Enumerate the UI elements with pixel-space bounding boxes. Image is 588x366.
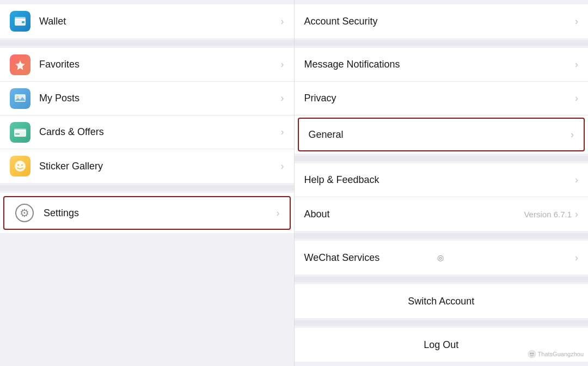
menu-item-sticker[interactable]: Sticker Gallery › (0, 149, 294, 183)
wechat-services-label: WeChat Services (304, 252, 436, 264)
myposts-label: My Posts (39, 93, 281, 104)
watermark-text: ThatsGuangzhou (538, 351, 584, 357)
favorites-chevron: › (281, 59, 284, 70)
menu-item-wallet[interactable]: Wallet › (0, 4, 294, 38)
settings-label: Settings (44, 208, 277, 219)
account-security-label: Account Security (304, 16, 575, 27)
wallet-icon-wrap (10, 11, 30, 32)
settings-chevron: › (277, 208, 280, 219)
svg-rect-9 (15, 133, 20, 135)
menu-item-general[interactable]: General › (298, 118, 585, 151)
sticker-chevron: › (281, 161, 284, 172)
menu-item-account-security[interactable]: Account Security › (295, 4, 589, 38)
help-feedback-label: Help & Feedback (304, 174, 575, 186)
right-divider-4 (295, 277, 589, 282)
wallet-chevron: › (281, 16, 284, 27)
menu-item-help-feedback[interactable]: Help & Feedback › (295, 163, 589, 197)
about-chevron: › (575, 209, 578, 220)
menu-item-cards[interactable]: Cards & Offers › (0, 115, 294, 149)
about-version: Version 6.7.1 (524, 210, 572, 219)
cards-label: Cards & Offers (39, 126, 281, 138)
menu-item-favorites[interactable]: Favorites › (0, 48, 294, 82)
myposts-icon-wrap (10, 88, 30, 109)
general-chevron: › (571, 129, 574, 141)
wallet-icon (10, 11, 30, 32)
svg-point-14 (530, 353, 531, 355)
privacy-chevron: › (575, 93, 578, 104)
divider-2 (0, 185, 294, 191)
divider-1 (0, 40, 294, 46)
switch-account-label: Switch Account (408, 296, 474, 307)
privacy-label: Privacy (304, 93, 575, 104)
svg-point-6 (16, 96, 19, 98)
sticker-label: Sticker Gallery (39, 161, 281, 172)
svg-point-10 (15, 161, 26, 172)
menu-item-message-notifications[interactable]: Message Notifications › (295, 48, 589, 82)
menu-item-switch-account[interactable]: Switch Account (295, 284, 589, 318)
log-out-label: Log Out (424, 339, 458, 351)
favorites-icon (10, 54, 30, 75)
wechat-services-chevron: › (575, 252, 578, 264)
wallet-label: Wallet (39, 16, 281, 27)
favorites-icon-wrap (10, 54, 30, 75)
svg-marker-3 (15, 60, 25, 70)
myposts-chevron: › (281, 93, 284, 104)
menu-item-myposts[interactable]: My Posts › (0, 82, 294, 115)
general-label: General (309, 129, 571, 141)
svg-point-11 (17, 164, 19, 166)
myposts-icon (10, 88, 30, 109)
menu-item-wechat-services[interactable]: WeChat Services ◎ › (295, 241, 589, 274)
left-panel: Wallet › Favorites › (0, 0, 294, 366)
settings-icon: ⚙ (15, 204, 34, 222)
right-divider-5 (295, 320, 589, 326)
sticker-icon-wrap (10, 156, 30, 176)
svg-point-15 (532, 353, 534, 355)
svg-rect-1 (15, 17, 26, 20)
svg-point-13 (528, 350, 536, 358)
favorites-label: Favorites (39, 59, 281, 70)
svg-rect-8 (14, 129, 26, 132)
cards-icon (10, 122, 30, 143)
menu-item-privacy[interactable]: Privacy › (295, 82, 589, 115)
menu-item-about[interactable]: About Version 6.7.1 › (295, 197, 589, 231)
right-divider-2 (295, 156, 589, 161)
svg-rect-2 (22, 21, 24, 23)
message-notifications-chevron: › (575, 59, 578, 70)
menu-item-settings[interactable]: ⚙ Settings › (3, 196, 291, 230)
account-security-chevron: › (575, 16, 578, 27)
svg-point-12 (21, 164, 23, 166)
watermark: ThatsGuangzhou (528, 350, 584, 358)
cards-chevron: › (281, 126, 284, 138)
right-panel: Account Security › Message Notifications… (294, 0, 589, 366)
message-notifications-label: Message Notifications (304, 59, 575, 70)
cards-icon-wrap (10, 122, 30, 143)
watermark-icon (528, 350, 536, 358)
right-divider-3 (295, 233, 589, 239)
settings-icon-wrap: ⚙ (14, 203, 35, 223)
about-label: About (304, 209, 524, 220)
wechat-services-badge-icon: ◎ (437, 253, 444, 262)
help-feedback-chevron: › (575, 174, 578, 186)
sticker-icon (10, 156, 30, 176)
right-divider-1 (295, 40, 589, 46)
